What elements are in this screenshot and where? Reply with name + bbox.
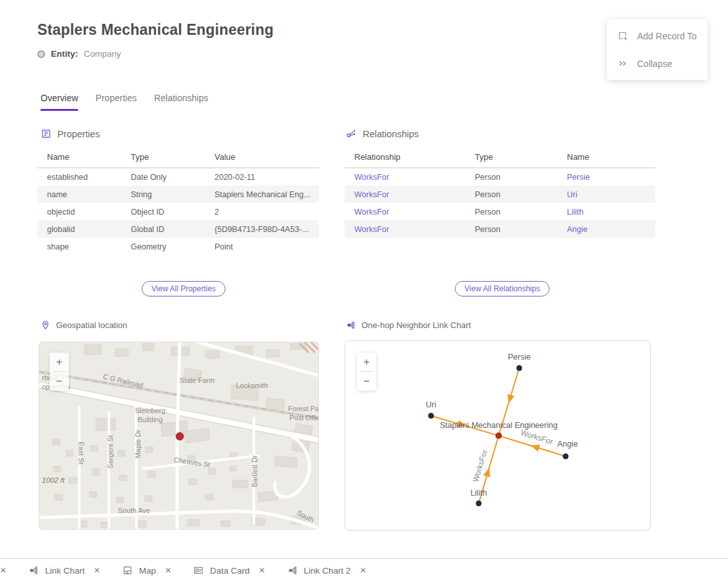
relationship-cell: Person [475, 168, 567, 186]
property-cell: Point [215, 238, 319, 255]
view-tab-label: Link Chart 2 [304, 566, 351, 576]
property-row[interactable]: nameStringStaplers Mechanical Eng... [37, 186, 319, 203]
type-cell: Person [475, 190, 501, 199]
name-link[interactable]: Lilith [567, 208, 584, 217]
close-icon[interactable]: ✕ [359, 566, 366, 575]
close-icon[interactable]: ✕ [259, 566, 265, 575]
type-cell: Person [475, 225, 501, 234]
property-cell: established [37, 168, 131, 186]
relationship-link[interactable]: WorksFor [354, 208, 389, 217]
relationship-cell: Lilith [567, 203, 655, 220]
menu-item-label: Collapse [637, 59, 672, 69]
tab-properties[interactable]: Properties [95, 93, 137, 111]
relationship-row[interactable]: WorksForPersonPersie [345, 168, 655, 186]
graph-node[interactable] [476, 501, 482, 507]
column-header: Type [131, 147, 215, 168]
property-row[interactable]: objectidObject ID2 [37, 203, 319, 220]
chart-zoom-control: + − [357, 353, 376, 391]
view-tab-map[interactable]: Map✕ [122, 565, 171, 576]
relationship-cell: WorksFor [345, 186, 475, 203]
view-tab-label: Data Card [210, 566, 250, 576]
close-icon[interactable]: ✕ [0, 566, 6, 575]
collapse-icon [617, 58, 628, 69]
menu-item-collapse[interactable]: Collapse [607, 50, 707, 77]
relationship-link[interactable]: WorksFor [354, 173, 389, 182]
zoom-in-button[interactable]: + [50, 353, 69, 371]
tab-relationships[interactable]: Relationships [154, 93, 208, 111]
geospatial-section-header: Geospatial location [41, 320, 128, 330]
relationship-link[interactable]: WorksFor [354, 225, 389, 234]
edge-arrow-icon [505, 394, 515, 405]
relationship-row[interactable]: WorksForPersonLilith [345, 203, 655, 220]
properties-section-title: Properties [57, 129, 100, 139]
zoom-in-button[interactable]: + [357, 353, 376, 371]
view-tab-link-chart[interactable]: Link Chart✕ [28, 565, 101, 576]
property-cell: objectid [37, 203, 131, 220]
relationship-link[interactable]: WorksFor [354, 190, 389, 199]
property-cell: shape [37, 238, 131, 255]
node-label: Lilith [470, 489, 487, 498]
map-icon [122, 565, 133, 576]
property-row[interactable]: establishedDate Only2020-02-11 [37, 168, 319, 186]
column-header: Name [37, 147, 131, 168]
zoom-out-button[interactable]: − [357, 372, 376, 391]
relationships-icon [346, 128, 357, 139]
relationship-cell: Person [475, 220, 567, 238]
property-cell: 2020-02-11 [215, 168, 319, 186]
view-all-properties-button[interactable]: View All Properties [142, 281, 225, 296]
link-chart-view[interactable]: WorksForWorksForPersieUriAngieLilithStap… [345, 340, 651, 530]
relationship-cell: WorksFor [345, 220, 475, 238]
name-link[interactable]: Uri [567, 190, 577, 199]
link-chart-icon [287, 565, 298, 576]
map-marker [176, 432, 184, 440]
relationship-cell: Persie [567, 168, 655, 186]
node-label: Persie [508, 353, 530, 362]
menu-item-add-record-to[interactable]: Add Record To [607, 22, 707, 50]
menu-item-label: Add Record To [637, 31, 696, 41]
property-cell: Date Only [131, 168, 215, 186]
close-icon[interactable]: ✕ [165, 566, 171, 575]
relationship-cell: WorksFor [345, 203, 475, 220]
tab-overview[interactable]: Overview [41, 93, 78, 111]
graph-node[interactable] [428, 413, 434, 419]
link-chart-icon [346, 320, 356, 330]
property-row[interactable]: shapeGeometryPoint [37, 238, 319, 255]
edge-arrow-icon [483, 467, 493, 478]
relationship-cell: WorksFor [345, 168, 475, 186]
page-title: Staplers Mechanical Engineering [37, 21, 274, 39]
type-cell: Person [475, 208, 501, 217]
entity-row: Entity: Company [37, 49, 121, 59]
link-chart-section-title: One-hop Neighbor Link Chart [361, 320, 471, 330]
property-cell: 2 [215, 203, 319, 220]
properties-section-header: Properties [41, 128, 100, 139]
properties-table: Name Type Value establishedDate Only2020… [37, 147, 319, 255]
edge-arrow-icon [530, 442, 541, 452]
column-header: Name [567, 147, 655, 168]
column-header: Relationship [345, 147, 475, 168]
relationship-row[interactable]: WorksForPersonUri [345, 186, 655, 203]
name-link[interactable]: Angie [567, 225, 588, 234]
property-cell: Staplers Mechanical Eng... [215, 186, 319, 203]
entity-type-dot-icon [37, 50, 45, 58]
property-row[interactable]: globalidGlobal ID{5D9B4713-F98D-4A53-... [37, 220, 319, 238]
zoom-out-button[interactable]: − [50, 372, 69, 391]
map-canvas [39, 342, 319, 530]
view-tab-data-card[interactable]: Data Card✕ [193, 565, 265, 576]
graph-node[interactable] [563, 454, 569, 460]
relationship-row[interactable]: WorksForPersonAngie [345, 220, 655, 238]
property-cell: Global ID [131, 220, 215, 238]
entity-type-value: Company [84, 49, 121, 59]
map-view[interactable]: rbour opaedicsC G RailroadState FarmLock… [39, 342, 319, 530]
relationship-cell: Person [475, 203, 567, 220]
property-cell: {5D9B4713-F98D-4A53-... [215, 220, 319, 238]
tab-bar: Overview Properties Relationships [41, 93, 208, 111]
properties-icon [41, 128, 52, 139]
relationship-cell: Uri [567, 186, 655, 203]
close-icon[interactable]: ✕ [94, 566, 101, 575]
graph-center-node[interactable] [495, 432, 502, 439]
view-tab-link-chart-2[interactable]: Link Chart 2✕ [287, 565, 367, 576]
view-all-relationships-button[interactable]: View All Relationships [455, 281, 550, 296]
relationships-section-header: Relationships [346, 128, 419, 139]
graph-node[interactable] [517, 365, 522, 371]
name-link[interactable]: Persie [567, 173, 589, 182]
